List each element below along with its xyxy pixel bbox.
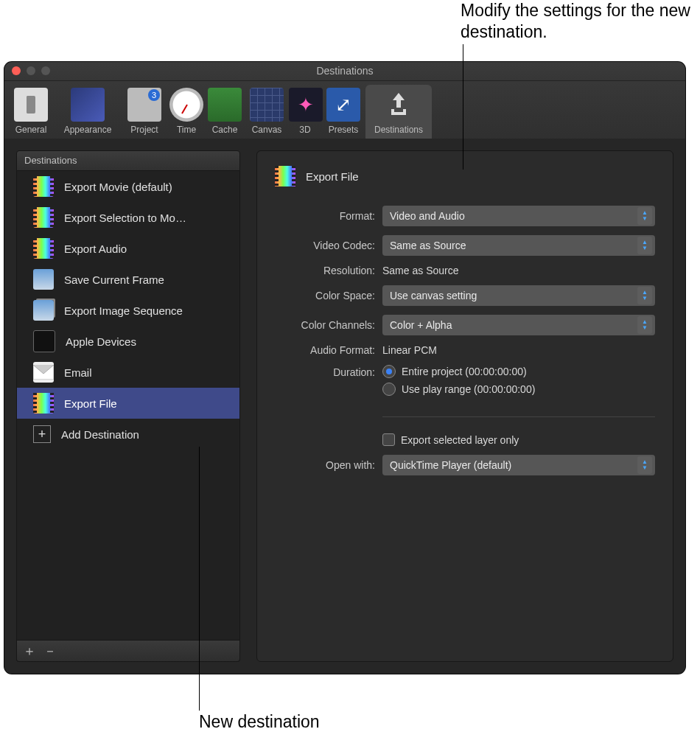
sidebar-footer: ＋ － [16, 641, 240, 662]
radio-label: Entire project (00:00:00:00) [402, 366, 527, 377]
sidebar-item-export-file[interactable]: Export File [17, 388, 239, 419]
select-value: Video and Audio [390, 210, 465, 222]
tab-general[interactable]: General [7, 85, 55, 142]
tab-project[interactable]: 3 Project [121, 85, 168, 142]
tab-label: Time [168, 125, 205, 135]
preferences-toolbar: General Appearance 3 Project Time Cache … [4, 81, 685, 143]
tab-label: Project [121, 125, 168, 135]
tab-time[interactable]: Time [168, 85, 205, 142]
sidebar-item-add-destination[interactable]: +Add Destination [17, 419, 239, 450]
separator [382, 416, 655, 417]
radio-icon [382, 383, 396, 396]
sidebar-item-label: Export Selection to Mo… [64, 212, 186, 224]
colorspace-select[interactable]: Use canvas setting▲▼ [382, 285, 655, 306]
radio-icon [382, 365, 396, 378]
destinations-sidebar: Destinations Export Movie (default) Expo… [16, 150, 240, 662]
close-button[interactable] [12, 66, 21, 75]
window-title: Destinations [316, 65, 373, 77]
film-icon [275, 166, 295, 186]
tab-label: General [7, 125, 55, 135]
channels-label: Color Channels: [275, 319, 382, 331]
tab-appearance[interactable]: Appearance [55, 85, 121, 142]
tab-destinations[interactable]: Destinations [365, 85, 432, 142]
updown-icon: ▲▼ [637, 207, 652, 225]
sidebar-item-export-movie[interactable]: Export Movie (default) [17, 171, 239, 202]
panel-header: Export File [275, 166, 655, 186]
tab-label: Cache [205, 125, 245, 135]
panel-title: Export File [306, 170, 359, 183]
codec-label: Video Codec: [275, 240, 382, 251]
window-titlebar: Destinations [4, 62, 685, 81]
channels-select[interactable]: Color + Alpha▲▼ [382, 315, 655, 335]
add-button[interactable]: ＋ [23, 642, 36, 660]
updown-icon: ▲▼ [637, 237, 652, 254]
sidebar-item-save-frame[interactable]: Save Current Frame [17, 264, 239, 295]
settings-panel: Export File Format: Video and Audio▲▼ Vi… [256, 150, 673, 662]
window-body: Destinations Export Movie (default) Expo… [4, 139, 685, 674]
sidebar-item-label: Add Destination [61, 428, 139, 441]
updown-icon: ▲▼ [637, 316, 652, 334]
colorspace-label: Color Space: [275, 290, 382, 301]
sidebar-item-label: Save Current Frame [64, 273, 164, 286]
checkbox-icon [382, 433, 395, 446]
tab-label: Presets [321, 125, 365, 135]
tab-canvas[interactable]: Canvas [245, 85, 289, 142]
sidebar-item-export-audio[interactable]: Export Audio [17, 233, 239, 264]
sidebar-item-label: Export File [64, 397, 117, 410]
callout-new-destination: New destination [199, 712, 320, 732]
sidebar-item-label: Apple Devices [66, 335, 136, 348]
remove-button[interactable]: － [43, 642, 57, 660]
sidebar-item-label: Export Movie (default) [64, 181, 172, 193]
callout-modify-settings: Modify the settings for the new destinat… [461, 0, 696, 43]
plus-icon: + [33, 425, 51, 443]
updown-icon: ▲▼ [637, 287, 652, 304]
openwith-select[interactable]: QuickTime Player (default)▲▼ [382, 455, 655, 475]
format-label: Format: [275, 210, 382, 222]
callout-line [199, 447, 200, 711]
preferences-window: Destinations General Appearance 3 Projec… [4, 62, 685, 674]
sidebar-item-email[interactable]: Email [17, 357, 239, 388]
tab-label: Appearance [55, 125, 121, 135]
sidebar-item-export-selection[interactable]: Export Selection to Mo… [17, 202, 239, 233]
resolution-value: Same as Source [382, 265, 655, 276]
sidebar-item-label: Export Image Sequence [64, 304, 183, 317]
tab-label: Destinations [365, 125, 432, 135]
export-layer-option[interactable]: Export selected layer only [382, 433, 655, 446]
select-value: Same as Source [390, 240, 466, 251]
updown-icon: ▲▼ [637, 456, 652, 474]
sidebar-item-image-sequence[interactable]: Export Image Sequence [17, 295, 239, 326]
callout-line [463, 44, 463, 170]
select-value: QuickTime Player (default) [390, 459, 511, 471]
tab-label: Canvas [245, 125, 289, 135]
checkbox-label: Export selected layer only [401, 434, 519, 446]
sidebar-header: Destinations [16, 150, 240, 171]
select-value: Color + Alpha [390, 319, 452, 331]
destinations-list: Export Movie (default) Export Selection … [16, 171, 240, 641]
duration-playrange-option[interactable]: Use play range (00:00:00:00) [382, 383, 655, 396]
sidebar-item-apple-devices[interactable]: Apple Devices [17, 326, 239, 357]
window-controls [12, 66, 50, 75]
format-select[interactable]: Video and Audio▲▼ [382, 206, 655, 226]
openwith-label: Open with: [275, 459, 382, 471]
audio-label: Audio Format: [275, 344, 382, 356]
select-value: Use canvas setting [390, 290, 477, 301]
zoom-button[interactable] [41, 66, 50, 75]
tab-3d[interactable]: ✦ 3D [289, 85, 321, 142]
tab-cache[interactable]: Cache [205, 85, 245, 142]
resolution-label: Resolution: [275, 265, 382, 276]
duration-label: Duration: [275, 365, 382, 378]
tab-presets[interactable]: ⤢ Presets [321, 85, 365, 142]
sidebar-item-label: Email [64, 366, 92, 379]
audio-value: Linear PCM [382, 344, 655, 356]
duration-entire-option[interactable]: Entire project (00:00:00:00) [382, 365, 655, 378]
radio-label: Use play range (00:00:00:00) [402, 383, 535, 395]
minimize-button[interactable] [27, 66, 35, 75]
sidebar-item-label: Export Audio [64, 243, 127, 255]
codec-select[interactable]: Same as Source▲▼ [382, 235, 655, 256]
tab-label: 3D [289, 125, 321, 135]
